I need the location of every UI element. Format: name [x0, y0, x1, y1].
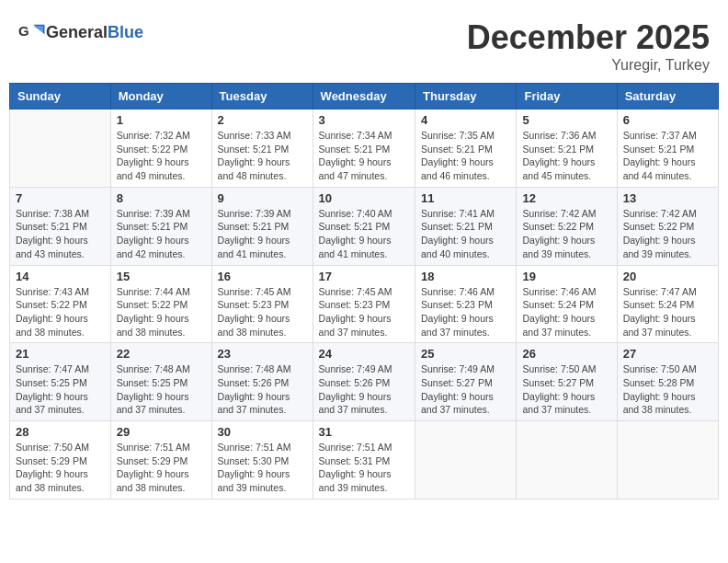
logo-general: General: [46, 23, 108, 41]
calendar-cell: 14Sunrise: 7:43 AMSunset: 5:22 PMDayligh…: [10, 265, 111, 343]
calendar-cell: 30Sunrise: 7:51 AMSunset: 5:30 PMDayligh…: [211, 421, 313, 500]
day-info: Sunrise: 7:49 AMSunset: 5:27 PMDaylight:…: [421, 362, 510, 417]
day-info: Sunrise: 7:43 AMSunset: 5:22 PMDaylight:…: [16, 285, 105, 339]
svg-text:G: G: [18, 23, 29, 39]
page-container: G GeneralBlue December 2025 Yuregir, Tur…: [9, 9, 719, 500]
calendar-cell: 27Sunrise: 7:50 AMSunset: 5:28 PMDayligh…: [617, 343, 718, 421]
day-number: 3: [319, 113, 409, 127]
calendar-cell: 21Sunrise: 7:47 AMSunset: 5:25 PMDayligh…: [10, 343, 111, 421]
day-number: 1: [117, 113, 206, 127]
day-info: Sunrise: 7:50 AMSunset: 5:28 PMDaylight:…: [623, 362, 712, 417]
day-info: Sunrise: 7:47 AMSunset: 5:25 PMDaylight:…: [16, 362, 105, 417]
calendar-cell: [10, 109, 111, 188]
day-number: 4: [421, 113, 510, 127]
day-info: Sunrise: 7:45 AMSunset: 5:23 PMDaylight:…: [319, 285, 409, 339]
day-info: Sunrise: 7:42 AMSunset: 5:22 PMDaylight:…: [522, 207, 610, 261]
day-info: Sunrise: 7:51 AMSunset: 5:31 PMDaylight:…: [319, 441, 409, 495]
calendar-cell: 26Sunrise: 7:50 AMSunset: 5:27 PMDayligh…: [517, 343, 617, 421]
location-title: Yuregir, Turkey: [467, 57, 710, 74]
day-number: 30: [218, 425, 307, 439]
day-info: Sunrise: 7:37 AMSunset: 5:21 PMDaylight:…: [623, 129, 712, 183]
day-info: Sunrise: 7:45 AMSunset: 5:23 PMDaylight:…: [218, 285, 307, 339]
day-number: 26: [522, 347, 610, 361]
title-section: December 2025 Yuregir, Turkey: [467, 18, 710, 74]
calendar-cell: 4Sunrise: 7:35 AMSunset: 5:21 PMDaylight…: [415, 109, 517, 188]
calendar-cell: [517, 421, 617, 500]
day-number: 18: [421, 270, 510, 283]
calendar-cell: 28Sunrise: 7:50 AMSunset: 5:29 PMDayligh…: [10, 421, 111, 500]
calendar-cell: 12Sunrise: 7:42 AMSunset: 5:22 PMDayligh…: [517, 187, 617, 265]
col-sunday: Sunday: [10, 84, 111, 109]
day-number: 23: [218, 347, 307, 361]
calendar-cell: 23Sunrise: 7:48 AMSunset: 5:26 PMDayligh…: [211, 343, 313, 421]
day-info: Sunrise: 7:46 AMSunset: 5:23 PMDaylight:…: [421, 285, 510, 339]
calendar-week-row: 7Sunrise: 7:38 AMSunset: 5:21 PMDaylight…: [10, 187, 719, 265]
calendar-cell: 8Sunrise: 7:39 AMSunset: 5:21 PMDaylight…: [110, 187, 211, 265]
calendar-cell: 16Sunrise: 7:45 AMSunset: 5:23 PMDayligh…: [211, 265, 313, 343]
day-number: 16: [218, 270, 307, 283]
day-number: 25: [421, 347, 510, 361]
day-info: Sunrise: 7:33 AMSunset: 5:21 PMDaylight:…: [218, 129, 307, 183]
col-thursday: Thursday: [415, 84, 517, 109]
day-info: Sunrise: 7:32 AMSunset: 5:22 PMDaylight:…: [117, 129, 206, 183]
day-number: 31: [319, 425, 409, 439]
day-info: Sunrise: 7:40 AMSunset: 5:21 PMDaylight:…: [319, 207, 409, 261]
calendar-cell: 7Sunrise: 7:38 AMSunset: 5:21 PMDaylight…: [10, 187, 111, 265]
calendar-cell: 9Sunrise: 7:39 AMSunset: 5:21 PMDaylight…: [211, 187, 313, 265]
day-info: Sunrise: 7:48 AMSunset: 5:25 PMDaylight:…: [117, 362, 206, 417]
day-number: 10: [319, 191, 409, 205]
day-info: Sunrise: 7:50 AMSunset: 5:29 PMDaylight:…: [16, 441, 105, 495]
calendar-week-row: 1Sunrise: 7:32 AMSunset: 5:22 PMDaylight…: [10, 109, 719, 188]
day-info: Sunrise: 7:50 AMSunset: 5:27 PMDaylight:…: [522, 362, 610, 417]
day-info: Sunrise: 7:46 AMSunset: 5:24 PMDaylight:…: [522, 285, 610, 339]
calendar-cell: 31Sunrise: 7:51 AMSunset: 5:31 PMDayligh…: [313, 421, 415, 500]
day-number: 24: [319, 347, 409, 361]
day-info: Sunrise: 7:44 AMSunset: 5:22 PMDaylight:…: [117, 285, 206, 339]
svg-marker-2: [34, 26, 44, 33]
day-info: Sunrise: 7:48 AMSunset: 5:26 PMDaylight:…: [218, 362, 307, 417]
calendar-cell: [415, 421, 517, 500]
calendar-cell: 25Sunrise: 7:49 AMSunset: 5:27 PMDayligh…: [415, 343, 517, 421]
calendar-cell: 6Sunrise: 7:37 AMSunset: 5:21 PMDaylight…: [617, 109, 718, 188]
day-info: Sunrise: 7:51 AMSunset: 5:30 PMDaylight:…: [218, 441, 307, 495]
day-info: Sunrise: 7:38 AMSunset: 5:21 PMDaylight:…: [16, 207, 105, 261]
col-friday: Friday: [517, 84, 617, 109]
day-number: 5: [522, 113, 610, 127]
day-info: Sunrise: 7:51 AMSunset: 5:29 PMDaylight:…: [117, 441, 206, 495]
logo: G GeneralBlue: [18, 18, 143, 46]
day-number: 29: [117, 425, 206, 439]
day-number: 28: [16, 425, 105, 439]
day-number: 20: [623, 270, 712, 283]
header: G GeneralBlue December 2025 Yuregir, Tur…: [9, 9, 719, 78]
col-saturday: Saturday: [617, 84, 718, 109]
calendar-week-row: 28Sunrise: 7:50 AMSunset: 5:29 PMDayligh…: [10, 421, 719, 500]
calendar-cell: 24Sunrise: 7:49 AMSunset: 5:26 PMDayligh…: [313, 343, 415, 421]
day-info: Sunrise: 7:36 AMSunset: 5:21 PMDaylight:…: [522, 129, 610, 183]
col-wednesday: Wednesday: [313, 84, 415, 109]
calendar-cell: 1Sunrise: 7:32 AMSunset: 5:22 PMDaylight…: [110, 109, 211, 188]
calendar-cell: 22Sunrise: 7:48 AMSunset: 5:25 PMDayligh…: [110, 343, 211, 421]
calendar-cell: 29Sunrise: 7:51 AMSunset: 5:29 PMDayligh…: [110, 421, 211, 500]
day-number: 14: [16, 270, 105, 283]
calendar-cell: [617, 421, 718, 500]
day-number: 27: [623, 347, 712, 361]
day-number: 6: [623, 113, 712, 127]
calendar-cell: 17Sunrise: 7:45 AMSunset: 5:23 PMDayligh…: [313, 265, 415, 343]
day-number: 2: [218, 113, 307, 127]
day-number: 17: [319, 270, 409, 283]
day-number: 11: [421, 191, 510, 205]
calendar-header-row: Sunday Monday Tuesday Wednesday Thursday…: [10, 84, 719, 109]
logo-blue: Blue: [108, 23, 143, 41]
day-number: 8: [117, 191, 206, 205]
day-info: Sunrise: 7:34 AMSunset: 5:21 PMDaylight:…: [319, 129, 409, 183]
calendar-table: Sunday Monday Tuesday Wednesday Thursday…: [9, 83, 719, 500]
calendar-cell: 15Sunrise: 7:44 AMSunset: 5:22 PMDayligh…: [110, 265, 211, 343]
logo-icon: G: [18, 18, 46, 46]
month-title: December 2025: [467, 18, 710, 57]
calendar-cell: 3Sunrise: 7:34 AMSunset: 5:21 PMDaylight…: [313, 109, 415, 188]
day-info: Sunrise: 7:41 AMSunset: 5:21 PMDaylight:…: [421, 207, 510, 261]
col-monday: Monday: [110, 84, 211, 109]
day-info: Sunrise: 7:39 AMSunset: 5:21 PMDaylight:…: [218, 207, 307, 261]
calendar-cell: 11Sunrise: 7:41 AMSunset: 5:21 PMDayligh…: [415, 187, 517, 265]
calendar-cell: 19Sunrise: 7:46 AMSunset: 5:24 PMDayligh…: [517, 265, 617, 343]
